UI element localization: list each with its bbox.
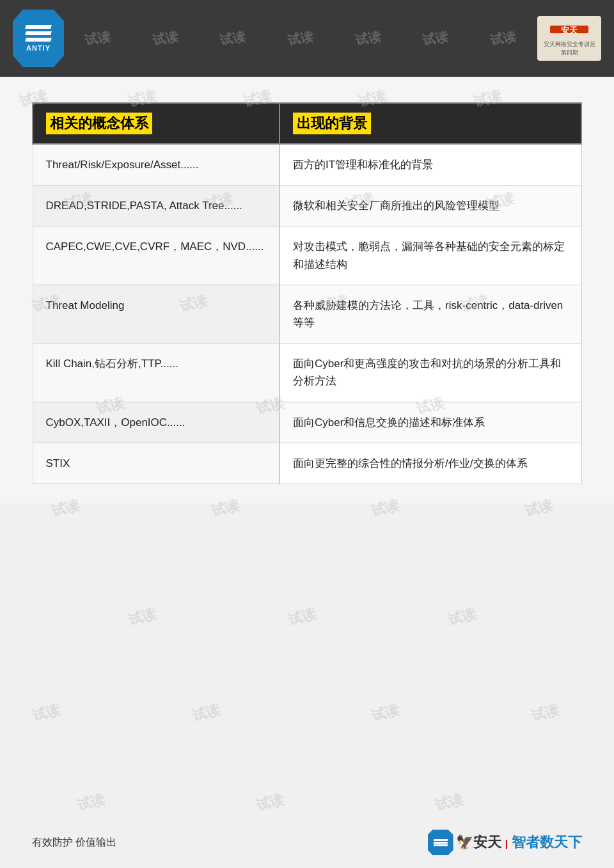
- col2-header: 出现的背景: [279, 103, 581, 144]
- header-brand-name: 安天: [550, 20, 588, 40]
- footer-logo-icon: [428, 830, 453, 855]
- header: ANTIY 试读 试读 试读 试读 试读 试读 试读 安天 安天网络安全专训营第…: [0, 0, 614, 77]
- table-row: STIX面向更完整的综合性的情报分析/作业/交换的体系: [33, 443, 581, 484]
- footer-brand-sub: |: [505, 838, 508, 849]
- footer-brand-highlight: 智者数天下: [512, 834, 582, 850]
- table-cell-left-1: DREAD,STRIDE,PASTA, Attack Tree......: [33, 185, 279, 226]
- watermark-25: 试读: [369, 700, 401, 726]
- table-row: CybOX,TAXII，OpenIOC......面向Cyber和信息交换的描述…: [33, 402, 581, 443]
- header-wm-7: 试读: [489, 28, 517, 49]
- table-cell-left-6: STIX: [33, 443, 279, 484]
- fi-stripe-1: [433, 839, 448, 841]
- logo-area: ANTIY: [13, 10, 64, 67]
- header-watermarks: 试读 试读 试读 试读 试读 试读 试读: [64, 30, 537, 47]
- header-wm-3: 试读: [219, 28, 247, 49]
- table-cell-left-3: Threat Modeling: [33, 285, 279, 343]
- table-cell-left-2: CAPEC,CWE,CVE,CVRF，MAEC，NVD......: [33, 226, 279, 285]
- watermark-27: 试读: [75, 790, 107, 816]
- fi-stripe-3: [433, 844, 448, 846]
- header-wm-6: 试读: [421, 28, 450, 49]
- table-cell-right-4: 面向Cyber和更高强度的攻击和对抗的场景的分析工具和分析方法: [279, 343, 581, 402]
- table-cell-left-5: CybOX,TAXII，OpenIOC......: [33, 402, 279, 443]
- table-row: Threat Modeling各种威胁建模的方法论，工具，risk-centri…: [33, 285, 581, 343]
- footer-brand-main: 🦅安天: [456, 834, 501, 850]
- table-row: Kill Chain,钻石分析,TTP......面向Cyber和更高强度的攻击…: [33, 343, 581, 402]
- fi-stripe-2: [433, 842, 448, 844]
- header-brand-sub: 安天网络安全专训营第四期: [541, 40, 597, 57]
- header-wm-2: 试读: [152, 28, 180, 49]
- watermark-26: 试读: [529, 700, 561, 726]
- svg-text:安天: 安天: [560, 26, 578, 35]
- watermark-22: 试读: [446, 604, 478, 630]
- logo-stripe-1: [25, 25, 52, 29]
- footer-logo: 🦅安天 | 智者数天下: [428, 830, 582, 855]
- watermark-28: 试读: [254, 790, 286, 816]
- header-wm-5: 试读: [354, 28, 382, 49]
- table-cell-left-4: Kill Chain,钻石分析,TTP......: [33, 343, 279, 402]
- logo-text: ANTIY: [26, 44, 51, 52]
- table-row: Threat/Risk/Exposure/Asset......西方的IT管理和…: [33, 144, 581, 185]
- col1-header-text: 相关的概念体系: [46, 113, 152, 134]
- header-wm-1: 试读: [84, 28, 112, 49]
- table-header-row: 相关的概念体系 出现的背景: [33, 103, 581, 144]
- table-cell-left-0: Threat/Risk/Exposure/Asset......: [33, 144, 279, 185]
- logo-stripe-2: [25, 31, 52, 35]
- col2-header-text: 出现的背景: [293, 113, 371, 134]
- table-cell-right-3: 各种威胁建模的方法论，工具，risk-centric，data-driven等等: [279, 285, 581, 343]
- table-cell-right-0: 西方的IT管理和标准化的背景: [279, 144, 581, 185]
- watermark-21: 试读: [286, 604, 318, 630]
- footer-right: 🦅安天 | 智者数天下: [428, 830, 582, 855]
- content-table: 相关的概念体系 出现的背景 Threat/Risk/Exposure/Asset…: [32, 102, 582, 484]
- footer-left-text: 有效防护 价值输出: [32, 836, 116, 849]
- table-cell-right-6: 面向更完整的综合性的情报分析/作业/交换的体系: [279, 443, 581, 484]
- table-cell-right-1: 微软和相关安全厂商所推出的风险管理模型: [279, 185, 581, 226]
- main-content: 相关的概念体系 出现的背景 Threat/Risk/Exposure/Asset…: [0, 77, 614, 503]
- watermark-20: 试读: [126, 604, 158, 630]
- table-row: CAPEC,CWE,CVE,CVRF，MAEC，NVD......对攻击模式，脆…: [33, 226, 581, 285]
- logo-stripes: [26, 25, 51, 42]
- table-cell-right-5: 面向Cyber和信息交换的描述和标准体系: [279, 402, 581, 443]
- logo-box: ANTIY: [13, 10, 64, 67]
- watermark-24: 试读: [190, 700, 222, 726]
- col1-header: 相关的概念体系: [33, 103, 279, 144]
- watermark-29: 试读: [433, 790, 465, 816]
- footer: 有效防护 价值输出 🦅安天 | 智者数天下: [0, 817, 614, 868]
- logo-stripe-3: [25, 38, 52, 42]
- header-wm-4: 试读: [287, 28, 315, 49]
- footer-brand-text: 🦅安天 | 智者数天下: [456, 833, 582, 852]
- table-body: Threat/Risk/Exposure/Asset......西方的IT管理和…: [33, 144, 581, 484]
- table-row: DREAD,STRIDE,PASTA, Attack Tree......微软和…: [33, 185, 581, 226]
- table-cell-right-2: 对攻击模式，脆弱点，漏洞等各种基础的安全元素的标定和描述结构: [279, 226, 581, 285]
- logo-inner: ANTIY: [19, 16, 58, 61]
- header-right: 安天 安天网络安全专训营第四期: [537, 16, 601, 61]
- header-logo-right: 安天 安天网络安全专训营第四期: [537, 16, 601, 61]
- watermark-23: 试读: [30, 700, 62, 726]
